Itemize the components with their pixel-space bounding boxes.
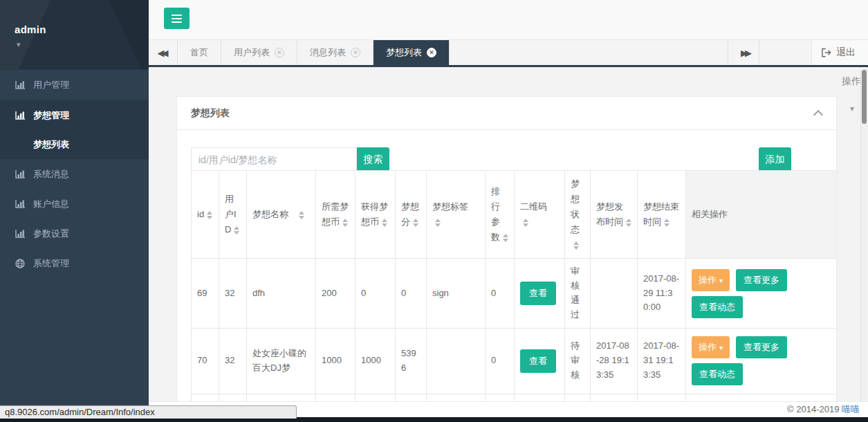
table-row: 7032处女座小碟的百大DJ梦1000100053960查看待审核2017-08… (192, 328, 838, 394)
sort-icon[interactable] (207, 211, 212, 219)
cell-actions: 操作▾查看更多查看动态 (686, 394, 838, 401)
sidebar-item-2[interactable]: 梦想管理 (0, 100, 149, 130)
sort-icon[interactable] (626, 219, 631, 227)
search-input[interactable] (191, 147, 357, 172)
op-dropdown-button[interactable]: 操作▾ (692, 269, 730, 291)
column-header: 梦想结束时间 (638, 171, 686, 259)
cell-name (247, 394, 316, 401)
column-header: 梦想发布时间 (591, 171, 638, 259)
sort-icon[interactable] (382, 219, 387, 227)
tab-1[interactable]: 首页 (178, 40, 221, 65)
tab-close-icon[interactable]: ✕ (275, 48, 284, 57)
column-header-label: 梦想结束时间 (643, 201, 679, 227)
table-header-row: id用户ID梦想名称 所需梦想币获得梦想币梦想分梦想标签 排行参数二维码 梦想状… (192, 171, 838, 259)
cell-actions: 操作▾查看更多查看动态 (686, 328, 838, 394)
sort-icon[interactable] (413, 219, 418, 227)
sidebar-item-4[interactable]: 账户信息 (0, 189, 149, 219)
table-container: id用户ID梦想名称 所需梦想币获得梦想币梦想分梦想标签 排行参数二维码 梦想状… (191, 170, 837, 401)
tab-2[interactable]: 用户列表✕ (221, 40, 297, 65)
right-ops-label: 操作 (842, 75, 861, 88)
column-header: 获得梦想币 (355, 171, 396, 259)
cell-tag: sign (427, 259, 486, 328)
sidebar: admin ▾ 用户管理梦想管理梦想列表系统消息账户信息参数设置系统管理 (0, 0, 149, 417)
sort-icon[interactable] (523, 219, 528, 227)
view-more-button[interactable]: 查看更多 (736, 336, 787, 358)
column-header-label: 梦想标签 (432, 201, 468, 212)
cell-publish-time (591, 259, 638, 328)
column-header-label: 梦想状态 (571, 178, 580, 235)
dream-list-panel: 梦想列表 搜索 添加 id用户ID梦想名称 所需梦想币获得梦想币梦想分梦想标签 … (176, 96, 837, 401)
cell-qrcode: 查看 (515, 259, 565, 328)
add-button[interactable]: 添加 (759, 147, 791, 172)
cell-need (316, 394, 355, 401)
tab-close-icon[interactable]: ✕ (427, 48, 436, 57)
cell-need: 1000 (316, 328, 355, 394)
browser-status-url: q8.9026.com/admin/Dream/Info/index (0, 405, 297, 419)
sidebar-item-label: 参数设置 (33, 228, 69, 240)
cell-got (355, 394, 396, 401)
bar-chart-icon (15, 199, 26, 208)
cell-status: 审 (565, 394, 591, 401)
qr-view-button[interactable]: 查看 (520, 282, 556, 305)
cell-got: 1000 (355, 328, 396, 394)
view-more-button[interactable]: 查看更多 (736, 269, 787, 291)
sort-icon[interactable] (503, 234, 508, 242)
tab-label: 消息列表 (310, 46, 346, 59)
tab-close-icon[interactable]: ✕ (351, 48, 360, 57)
op-dropdown-button[interactable]: 操作▾ (692, 336, 730, 358)
menu-toggle-button[interactable] (164, 8, 190, 29)
logout-button[interactable]: 退出 (811, 40, 868, 65)
table-row: 6932dfh20000sign0查看审核通过2017-08-29 11:30:… (192, 259, 838, 328)
sort-icon[interactable] (435, 219, 441, 227)
column-header: 梦想名称 (247, 171, 316, 259)
column-header: id (192, 171, 219, 259)
bar-chart-icon (15, 80, 26, 89)
cell-rank: 0 (486, 259, 515, 328)
scrollbar-thumb[interactable] (862, 70, 867, 124)
dream-table: id用户ID梦想名称 所需梦想币获得梦想币梦想分梦想标签 排行参数二维码 梦想状… (191, 170, 837, 401)
profile-dropdown-caret[interactable]: ▾ (17, 40, 21, 49)
panel-header: 梦想列表 (177, 97, 836, 130)
brand-link[interactable]: 喵喵 (842, 404, 860, 414)
sidebar-item-label: 账户信息 (33, 198, 69, 210)
qr-view-button[interactable]: 查看 (520, 349, 556, 373)
tab-label: 梦想列表 (386, 46, 422, 59)
tabs-scroll-right-icon[interactable]: ▶▶ (728, 40, 759, 65)
cell-got: 0 (355, 259, 396, 328)
column-header: 梦想状态 (565, 171, 591, 259)
cell-end-time: 2017-08-29 11:30:00 (638, 259, 686, 328)
view-dynamic-button[interactable]: 查看动态 (692, 363, 743, 385)
cell-rank: 0 (486, 328, 515, 394)
sidebar-item-6[interactable]: 系统管理 (0, 248, 149, 278)
sort-icon[interactable] (234, 226, 239, 235)
cell-tag (427, 394, 486, 401)
cell-end-time: 2017-08-31 19:13:35 (638, 328, 686, 394)
cell-id: 69 (192, 259, 219, 328)
sort-icon[interactable] (573, 241, 579, 250)
sidebar-item-5[interactable]: 参数设置 (0, 219, 149, 248)
tabs-scroll-left-icon[interactable]: ◀◀ (149, 40, 178, 65)
sidebar-item-label: 系统管理 (33, 257, 69, 270)
tab-3[interactable]: 消息列表✕ (297, 40, 373, 65)
sort-icon[interactable] (664, 219, 670, 227)
sort-icon[interactable] (342, 219, 348, 227)
tab-4[interactable]: 梦想列表✕ (373, 40, 450, 65)
right-ops-caret-icon[interactable]: ▾ (850, 104, 854, 113)
collapse-chevron-icon[interactable] (814, 109, 822, 118)
cell-end-time: 2017- (638, 394, 686, 401)
sign-out-icon (822, 48, 832, 57)
cell-name: dfh (247, 259, 316, 328)
sidebar-item-3[interactable]: 系统消息 (0, 159, 149, 189)
caret-down-icon: ▾ (719, 277, 723, 284)
globe-icon (15, 259, 26, 268)
sidebar-item-1[interactable]: 用户管理 (0, 69, 149, 100)
cell-qrcode: 查看 (515, 394, 565, 401)
sidebar-subitem[interactable]: 梦想列表 (0, 130, 149, 159)
view-dynamic-button[interactable]: 查看动态 (692, 296, 743, 318)
vertical-scrollbar[interactable] (860, 69, 867, 401)
search-button[interactable]: 搜索 (357, 147, 389, 172)
table-row: 查看审2017-2017-操作▾查看更多查看动态 (192, 394, 838, 401)
sort-icon[interactable] (299, 211, 304, 219)
panel-title: 梦想列表 (191, 107, 230, 120)
username: admin (15, 24, 149, 35)
